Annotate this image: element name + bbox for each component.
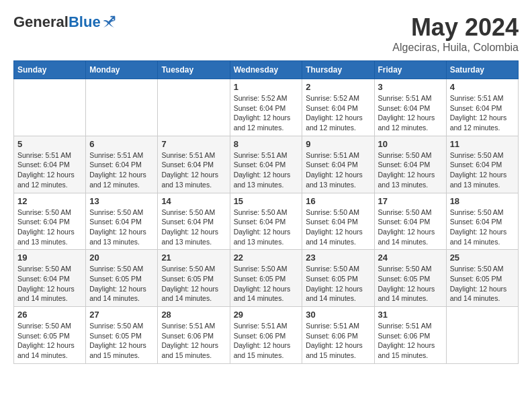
calendar-cell: 8Sunrise: 5:51 AM Sunset: 6:04 PM Daylig… [230,136,302,193]
calendar-cell: 5Sunrise: 5:51 AM Sunset: 6:04 PM Daylig… [14,136,86,193]
weekday-header-wednesday: Wednesday [230,61,302,79]
calendar-cell: 1Sunrise: 5:52 AM Sunset: 6:04 PM Daylig… [230,79,302,136]
calendar-cell: 21Sunrise: 5:50 AM Sunset: 6:05 PM Dayli… [158,250,230,307]
weekday-header-tuesday: Tuesday [158,61,230,79]
day-number: 9 [306,139,370,149]
calendar-cell: 4Sunrise: 5:51 AM Sunset: 6:04 PM Daylig… [446,79,518,136]
day-info: Sunrise: 5:50 AM Sunset: 6:05 PM Dayligh… [234,264,299,304]
day-info: Sunrise: 5:50 AM Sunset: 6:04 PM Dayligh… [378,208,443,247]
calendar-cell: 26Sunrise: 5:50 AM Sunset: 6:05 PM Dayli… [14,307,86,364]
logo-bird-icon [102,15,116,29]
day-info: Sunrise: 5:50 AM Sunset: 6:04 PM Dayligh… [306,208,370,247]
day-number: 13 [89,196,154,206]
calendar-cell: 17Sunrise: 5:50 AM Sunset: 6:04 PM Dayli… [374,193,446,250]
week-row-2: 5Sunrise: 5:51 AM Sunset: 6:04 PM Daylig… [14,136,519,193]
day-number: 15 [234,196,299,206]
day-number: 28 [161,310,226,320]
day-info: Sunrise: 5:51 AM Sunset: 6:06 PM Dayligh… [161,321,226,361]
day-number: 29 [234,310,299,320]
day-number: 6 [89,139,154,149]
week-row-3: 12Sunrise: 5:50 AM Sunset: 6:04 PM Dayli… [14,193,519,250]
calendar-cell: 15Sunrise: 5:50 AM Sunset: 6:04 PM Dayli… [230,193,302,250]
weekday-header-saturday: Saturday [446,61,518,79]
day-number: 4 [450,82,515,92]
day-number: 26 [17,310,82,320]
calendar-cell: 9Sunrise: 5:51 AM Sunset: 6:04 PM Daylig… [302,136,374,193]
calendar-cell: 14Sunrise: 5:50 AM Sunset: 6:04 PM Dayli… [158,193,230,250]
calendar-cell: 2Sunrise: 5:52 AM Sunset: 6:04 PM Daylig… [302,79,374,136]
month-year-title: May 2024 [392,13,519,42]
day-info: Sunrise: 5:51 AM Sunset: 6:04 PM Dayligh… [306,150,370,190]
weekday-header-monday: Monday [86,61,158,79]
calendar-cell: 24Sunrise: 5:50 AM Sunset: 6:05 PM Dayli… [374,250,446,307]
day-number: 1 [234,82,299,92]
calendar-table: SundayMondayTuesdayWednesdayThursdayFrid… [13,60,519,364]
day-number: 27 [89,310,154,320]
day-number: 22 [234,253,299,263]
week-row-1: 1Sunrise: 5:52 AM Sunset: 6:04 PM Daylig… [14,79,519,136]
calendar-cell: 3Sunrise: 5:51 AM Sunset: 6:04 PM Daylig… [374,79,446,136]
day-info: Sunrise: 5:50 AM Sunset: 6:04 PM Dayligh… [17,208,82,247]
location-subtitle: Algeciras, Huila, Colombia [392,42,519,54]
day-info: Sunrise: 5:51 AM Sunset: 6:04 PM Dayligh… [17,150,82,190]
calendar-cell: 19Sunrise: 5:50 AM Sunset: 6:04 PM Dayli… [14,250,86,307]
day-number: 25 [450,253,515,263]
week-row-5: 26Sunrise: 5:50 AM Sunset: 6:05 PM Dayli… [14,307,519,364]
day-number: 3 [378,82,443,92]
day-number: 18 [450,196,515,206]
day-info: Sunrise: 5:51 AM Sunset: 6:04 PM Dayligh… [450,93,515,133]
day-info: Sunrise: 5:50 AM Sunset: 6:04 PM Dayligh… [161,208,226,247]
calendar-cell [14,79,86,136]
calendar-cell: 27Sunrise: 5:50 AM Sunset: 6:05 PM Dayli… [86,307,158,364]
day-number: 16 [306,196,370,206]
day-info: Sunrise: 5:52 AM Sunset: 6:04 PM Dayligh… [234,93,299,133]
day-number: 7 [161,139,226,149]
day-info: Sunrise: 5:50 AM Sunset: 6:05 PM Dayligh… [89,264,154,304]
day-info: Sunrise: 5:50 AM Sunset: 6:05 PM Dayligh… [378,264,443,304]
calendar-cell: 31Sunrise: 5:51 AM Sunset: 6:06 PM Dayli… [374,307,446,364]
day-number: 10 [378,139,443,149]
day-number: 31 [378,310,443,320]
calendar-cell: 23Sunrise: 5:50 AM Sunset: 6:05 PM Dayli… [302,250,374,307]
calendar-cell: 18Sunrise: 5:50 AM Sunset: 6:04 PM Dayli… [446,193,518,250]
day-info: Sunrise: 5:50 AM Sunset: 6:05 PM Dayligh… [306,264,370,304]
day-number: 8 [234,139,299,149]
day-number: 20 [89,253,154,263]
calendar-cell: 30Sunrise: 5:51 AM Sunset: 6:06 PM Dayli… [302,307,374,364]
week-row-4: 19Sunrise: 5:50 AM Sunset: 6:04 PM Dayli… [14,250,519,307]
day-info: Sunrise: 5:50 AM Sunset: 6:05 PM Dayligh… [450,264,515,304]
weekday-header-friday: Friday [374,61,446,79]
day-info: Sunrise: 5:51 AM Sunset: 6:06 PM Dayligh… [234,321,299,361]
day-info: Sunrise: 5:51 AM Sunset: 6:06 PM Dayligh… [378,321,443,361]
logo-general: GeneralBlue [13,13,101,31]
calendar-cell: 7Sunrise: 5:51 AM Sunset: 6:04 PM Daylig… [158,136,230,193]
day-info: Sunrise: 5:51 AM Sunset: 6:06 PM Dayligh… [306,321,370,361]
calendar-cell [158,79,230,136]
title-area: May 2024 Algeciras, Huila, Colombia [392,13,519,54]
calendar-cell: 11Sunrise: 5:50 AM Sunset: 6:04 PM Dayli… [446,136,518,193]
day-info: Sunrise: 5:50 AM Sunset: 6:04 PM Dayligh… [450,208,515,247]
day-number: 23 [306,253,370,263]
calendar-cell: 28Sunrise: 5:51 AM Sunset: 6:06 PM Dayli… [158,307,230,364]
calendar-cell: 20Sunrise: 5:50 AM Sunset: 6:05 PM Dayli… [86,250,158,307]
day-info: Sunrise: 5:51 AM Sunset: 6:04 PM Dayligh… [161,150,226,190]
day-info: Sunrise: 5:50 AM Sunset: 6:05 PM Dayligh… [17,321,82,361]
day-number: 12 [17,196,82,206]
calendar-cell [446,307,518,364]
calendar-cell: 16Sunrise: 5:50 AM Sunset: 6:04 PM Dayli… [302,193,374,250]
day-info: Sunrise: 5:50 AM Sunset: 6:05 PM Dayligh… [89,321,154,361]
day-info: Sunrise: 5:50 AM Sunset: 6:04 PM Dayligh… [234,208,299,247]
day-number: 5 [17,139,82,149]
day-number: 24 [378,253,443,263]
day-info: Sunrise: 5:51 AM Sunset: 6:04 PM Dayligh… [378,93,443,133]
day-number: 11 [450,139,515,149]
day-number: 2 [306,82,370,92]
day-info: Sunrise: 5:50 AM Sunset: 6:05 PM Dayligh… [161,264,226,304]
weekday-header-row: SundayMondayTuesdayWednesdayThursdayFrid… [14,61,519,79]
calendar-cell: 22Sunrise: 5:50 AM Sunset: 6:05 PM Dayli… [230,250,302,307]
calendar-cell: 6Sunrise: 5:51 AM Sunset: 6:04 PM Daylig… [86,136,158,193]
weekday-header-thursday: Thursday [302,61,374,79]
calendar-cell: 12Sunrise: 5:50 AM Sunset: 6:04 PM Dayli… [14,193,86,250]
calendar-cell: 29Sunrise: 5:51 AM Sunset: 6:06 PM Dayli… [230,307,302,364]
calendar-cell: 10Sunrise: 5:50 AM Sunset: 6:04 PM Dayli… [374,136,446,193]
